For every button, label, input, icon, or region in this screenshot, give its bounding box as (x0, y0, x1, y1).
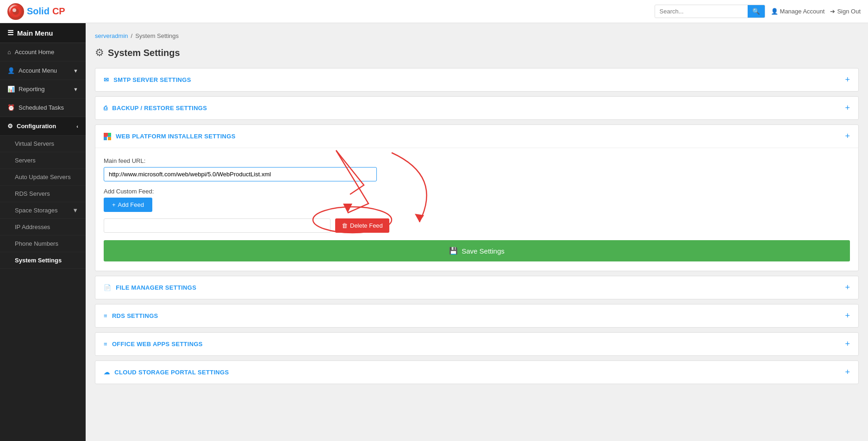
trash-icon: 🗑 (342, 222, 348, 229)
system-settings-label: System Settings (15, 257, 62, 264)
panel-officewebapps-header[interactable]: ≡ OFFICE WEB APPS SETTINGS + (95, 333, 858, 355)
cloudstorage-toggle-icon: + (845, 367, 850, 377)
search-box: 🔍 (655, 5, 765, 18)
officewebapps-toggle-icon: + (845, 339, 850, 349)
logo: SolidCP (7, 3, 65, 20)
breadcrumb-system-settings: System Settings (135, 32, 179, 39)
manage-account-link[interactable]: 👤 Manage Account (771, 8, 825, 15)
sidebar-item-servers[interactable]: Servers (0, 152, 86, 169)
restore-icon: ⎙ (104, 105, 107, 112)
panel-webpi-body: Main feed URL: Add Custom Feed: + Add Fe… (95, 148, 858, 271)
chevron-down-icon-reporting: ▼ (73, 87, 78, 92)
servers-label: Servers (15, 157, 36, 164)
windows-icon (104, 133, 111, 140)
chevron-left-icon: ‹ (76, 124, 78, 129)
search-input[interactable] (655, 6, 748, 17)
plus-icon: + (112, 201, 116, 208)
sign-out-link[interactable]: ➔ Sign Out (830, 8, 861, 15)
main-feed-url-label: Main feed URL: (104, 157, 850, 164)
sidebar-item-auto-update-servers[interactable]: Auto Update Servers (0, 169, 86, 186)
search-button[interactable]: 🔍 (748, 5, 765, 18)
panel-smtp-header-left: ✉ SMTP SERVER SETTINGS (104, 76, 191, 83)
panel-backup-header[interactable]: ⎙ BACKUP / RESTORE SETTINGS + (95, 97, 858, 119)
panel-webpi-header[interactable]: WEB PLATFORM INSTALLER SETTINGS + (95, 125, 858, 148)
sidebar-item-rds-servers[interactable]: RDS Servers (0, 186, 86, 202)
delete-feed-button[interactable]: 🗑 Delete Feed (335, 218, 389, 233)
sidebar-item-account-home[interactable]: ⌂ Account Home (0, 43, 86, 62)
cloudstorage-label: CLOUD STORAGE PORTAL SETTINGS (114, 369, 229, 376)
sidebar-item-system-settings[interactable]: System Settings (0, 252, 86, 269)
smtp-label: SMTP SERVER SETTINGS (113, 76, 191, 83)
panel-cloudstorage-header[interactable]: ☁ CLOUD STORAGE PORTAL SETTINGS + (95, 361, 858, 384)
main-menu-header[interactable]: ☰ Main Menu (0, 23, 86, 43)
envelope-icon: ✉ (104, 76, 109, 83)
sign-out-label: Sign Out (837, 8, 861, 15)
panel-cloudstorage: ☁ CLOUD STORAGE PORTAL SETTINGS + (95, 360, 859, 384)
add-custom-feed-group: Add Custom Feed: + Add Feed (104, 188, 850, 212)
sidebar-item-reporting[interactable]: 📊 Reporting ▼ (0, 80, 86, 99)
panel-rds-header[interactable]: ≡ RDS SETTINGS + (95, 304, 858, 327)
layout: ☰ Main Menu ⌂ Account Home 👤 Account Men… (0, 23, 868, 441)
rds-toggle-icon: + (845, 311, 850, 321)
user-icon: 👤 (7, 67, 15, 74)
chart-icon: 📊 (7, 86, 15, 93)
sidebar-label-scheduled-tasks: Scheduled Tasks (19, 104, 64, 111)
add-custom-feed-label: Add Custom Feed: (104, 188, 850, 195)
save-settings-button[interactable]: 💾 Save Settings (104, 240, 850, 261)
chevron-down-icon: ▼ (73, 68, 78, 74)
topbar: SolidCP 🔍 👤 Manage Account ➔ Sign Out (0, 0, 868, 23)
sidebar-label-configuration: Configuration (17, 123, 56, 130)
sidebar-item-space-storages[interactable]: Space Storages ▼ (0, 202, 86, 219)
panel-officewebapps-header-left: ≡ OFFICE WEB APPS SETTINGS (104, 341, 203, 348)
save-icon: 💾 (449, 247, 458, 255)
sidebar-item-configuration[interactable]: ⚙ Configuration ‹ (0, 117, 86, 136)
sidebar-item-ip-addresses[interactable]: IP Addresses (0, 219, 86, 236)
breadcrumb: serveradmin / System Settings (95, 32, 859, 39)
panel-cloudstorage-header-left: ☁ CLOUD STORAGE PORTAL SETTINGS (104, 369, 229, 376)
manage-account-label: Manage Account (780, 8, 825, 15)
sidebar-label-reporting: Reporting (19, 86, 44, 93)
panel-filemanager-header-left: 📄 FILE MANAGER SETTINGS (104, 284, 196, 291)
phone-numbers-label: Phone Numbers (15, 240, 58, 247)
breadcrumb-sep: / (131, 32, 133, 39)
main-content: serveradmin / System Settings ⚙ System S… (86, 23, 868, 441)
logo-icon (7, 3, 24, 20)
chevron-down-icon-space: ▼ (72, 207, 78, 214)
filemanager-toggle-icon: + (845, 283, 850, 292)
home-icon: ⌂ (7, 49, 11, 56)
panel-webpi-header-left: WEB PLATFORM INSTALLER SETTINGS (104, 133, 236, 140)
sidebar-item-account-menu[interactable]: 👤 Account Menu ▼ (0, 62, 86, 80)
main-feed-url-group: Main feed URL: (104, 157, 850, 181)
panel-officewebapps: ≡ OFFICE WEB APPS SETTINGS + (95, 332, 859, 356)
rds-servers-label: RDS Servers (15, 190, 50, 197)
space-storages-label: Space Storages (15, 207, 58, 214)
breadcrumb-serveradmin[interactable]: serveradmin (95, 32, 128, 39)
save-settings-label: Save Settings (462, 247, 505, 255)
panel-smtp-header[interactable]: ✉ SMTP SERVER SETTINGS + (95, 68, 858, 91)
rds-icon: ≡ (104, 312, 107, 319)
custom-feed-input[interactable] (104, 218, 331, 233)
add-feed-btn-label: Add Feed (118, 201, 144, 208)
panel-filemanager: 📄 FILE MANAGER SETTINGS + (95, 276, 859, 299)
topbar-right: 🔍 👤 Manage Account ➔ Sign Out (655, 5, 861, 18)
panel-rds-header-left: ≡ RDS SETTINGS (104, 312, 158, 319)
office-icon: ≡ (104, 341, 107, 348)
sidebar-item-phone-numbers[interactable]: Phone Numbers (0, 236, 86, 252)
clock-icon: ⏰ (7, 104, 15, 111)
virtual-servers-label: Virtual Servers (15, 140, 54, 147)
main-feed-url-input[interactable] (104, 167, 377, 181)
filemanager-label: FILE MANAGER SETTINGS (116, 284, 196, 291)
sidebar-item-scheduled-tasks[interactable]: ⏰ Scheduled Tasks (0, 99, 86, 117)
sidebar-item-virtual-servers[interactable]: Virtual Servers (0, 136, 86, 152)
webpi-label: WEB PLATFORM INSTALLER SETTINGS (116, 133, 236, 140)
sidebar: ☰ Main Menu ⌂ Account Home 👤 Account Men… (0, 23, 86, 441)
panel-filemanager-header[interactable]: 📄 FILE MANAGER SETTINGS + (95, 276, 858, 299)
panel-backup-header-left: ⎙ BACKUP / RESTORE SETTINGS (104, 105, 207, 112)
webpi-toggle-icon: + (845, 131, 850, 141)
backup-toggle-icon: + (845, 103, 850, 113)
smtp-toggle-icon: + (845, 75, 850, 85)
panel-backup: ⎙ BACKUP / RESTORE SETTINGS + (95, 96, 859, 120)
main-menu-label: Main Menu (17, 29, 53, 37)
add-feed-button[interactable]: + Add Feed (104, 198, 152, 212)
rds-label: RDS SETTINGS (112, 312, 158, 319)
